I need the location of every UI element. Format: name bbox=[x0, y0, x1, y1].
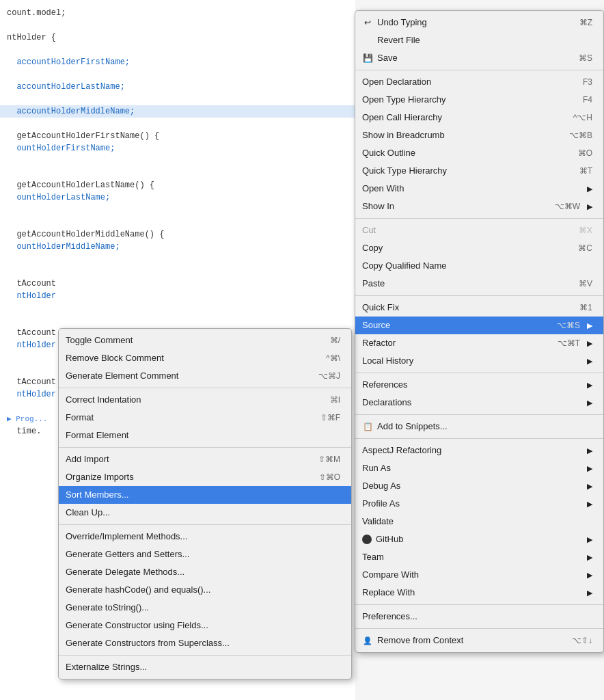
submenu-item-organize-imports[interactable]: Organize Imports ⇧⌘O bbox=[59, 468, 351, 486]
submenu-arrow: ▶ bbox=[587, 444, 592, 457]
menu-item-team[interactable]: Team ▶ bbox=[355, 548, 603, 566]
menu-item-profile-as[interactable]: Profile As ▶ bbox=[355, 495, 603, 513]
menu-item-quick-outline[interactable]: Quick Outline ⌘O bbox=[355, 144, 603, 162]
menu-item-debug-as[interactable]: Debug As ▶ bbox=[355, 477, 603, 495]
menu-item-show-in-breadcrumb[interactable]: Show in Breadcrumb ⌥⌘B bbox=[355, 126, 603, 144]
submenu-item-externalize-strings[interactable]: Externalize Strings... bbox=[59, 658, 351, 676]
submenu-item-format-element[interactable]: Format Element bbox=[59, 427, 351, 444]
code-line bbox=[0, 44, 355, 56]
code-line bbox=[0, 216, 355, 228]
submenu-arrow: ▶ bbox=[587, 182, 592, 196]
menu-item-source[interactable]: Source ⌥⌘S ▶ bbox=[355, 317, 603, 334]
submenu-arrow: ▶ bbox=[587, 568, 592, 582]
menu-item-open-declaration[interactable]: Open Declaration F3 bbox=[355, 73, 603, 91]
separator bbox=[59, 524, 351, 525]
submenu-item-add-import[interactable]: Add Import ⇧⌘M bbox=[59, 450, 351, 468]
submenu-arrow: ▶ bbox=[587, 497, 592, 511]
separator bbox=[59, 388, 351, 388]
separator bbox=[355, 604, 603, 605]
separator bbox=[355, 438, 603, 439]
menu-item-compare-with[interactable]: Compare With ▶ bbox=[355, 566, 603, 584]
snippets-icon: 📋 bbox=[362, 421, 373, 432]
submenu-item-clean-up[interactable]: Clean Up... bbox=[59, 504, 351, 522]
submenu-arrow: ▶ bbox=[587, 550, 592, 564]
separator bbox=[355, 218, 603, 219]
code-line bbox=[0, 265, 355, 278]
code-line bbox=[0, 93, 355, 105]
code-line: ountHolderLastName; bbox=[0, 191, 355, 204]
code-line: accountHolderMiddleName; bbox=[0, 105, 355, 118]
menu-item-paste[interactable]: Paste ⌘V bbox=[355, 275, 603, 293]
submenu-arrow: ▶ bbox=[587, 336, 592, 350]
separator bbox=[59, 655, 351, 656]
menu-item-open-type-hierarchy[interactable]: Open Type Hierarchy F4 bbox=[355, 91, 603, 109]
submenu-arrow: ▶ bbox=[587, 586, 592, 600]
menu-item-open-call-hierarchy[interactable]: Open Call Hierarchy ^⌥H bbox=[355, 109, 603, 126]
menu-item-cut[interactable]: Cut ⌘X bbox=[355, 221, 603, 239]
menu-item-declarations[interactable]: Declarations ▶ bbox=[355, 394, 603, 412]
menu-item-local-history[interactable]: Local History ▶ bbox=[355, 352, 603, 370]
menu-item-references[interactable]: References ▶ bbox=[355, 376, 603, 394]
menu-item-copy[interactable]: Copy ⌘C bbox=[355, 239, 603, 257]
menu-item-run-as[interactable]: Run As ▶ bbox=[355, 459, 603, 477]
submenu-item-override-implement-methods[interactable]: Override/Implement Methods... bbox=[59, 528, 351, 546]
menu-item-quick-fix[interactable]: Quick Fix ⌘1 bbox=[355, 299, 603, 317]
menu-item-add-to-snippets[interactable]: 📋 Add to Snippets... bbox=[355, 418, 603, 435]
menu-item-revert-file[interactable]: Revert File bbox=[355, 31, 603, 49]
submenu-item-generate-constructors-superclass[interactable]: Generate Constructors from Superclass... bbox=[59, 634, 351, 652]
submenu-item-remove-block-comment[interactable]: Remove Block Comment ^⌘\ bbox=[59, 349, 351, 367]
separator bbox=[355, 628, 603, 629]
revert-icon bbox=[362, 35, 373, 46]
submenu-item-generate-tostring[interactable]: Generate toString()... bbox=[59, 599, 351, 617]
menu-item-copy-qualified-name[interactable]: Copy Qualified Name bbox=[355, 257, 603, 275]
submenu-item-toggle-comment[interactable]: Toggle Comment ⌘/ bbox=[59, 332, 351, 349]
menu-item-open-with[interactable]: Open With ▶ bbox=[355, 180, 603, 198]
menu-item-save[interactable]: 💾 Save ⌘S bbox=[355, 49, 603, 67]
code-line bbox=[0, 118, 355, 130]
menu-item-validate[interactable]: Validate bbox=[355, 513, 603, 530]
submenu-item-format[interactable]: Format ⇧⌘F bbox=[59, 409, 351, 427]
code-line: accountHolderFirstName; bbox=[0, 56, 355, 68]
submenu-item-generate-element-comment[interactable]: Generate Element Comment ⌥⌘J bbox=[59, 367, 351, 385]
code-line bbox=[0, 314, 355, 327]
menu-item-show-in[interactable]: Show In ⌥⌘W ▶ bbox=[355, 198, 603, 215]
separator bbox=[355, 414, 603, 415]
menu-item-aspectj-refactoring[interactable]: AspectJ Refactoring ▶ bbox=[355, 442, 603, 459]
submenu-arrow: ▶ bbox=[587, 378, 592, 392]
menu-item-refactor[interactable]: Refactor ⌥⌘T ▶ bbox=[355, 334, 603, 352]
menu-item-replace-with[interactable]: Replace With ▶ bbox=[355, 584, 603, 602]
code-line: getAccountHolderLastName() { bbox=[0, 179, 355, 191]
submenu-arrow: ▶ bbox=[587, 396, 592, 409]
save-icon: 💾 bbox=[362, 53, 373, 64]
submenu-item-generate-getters-setters[interactable]: Generate Getters and Setters... bbox=[59, 546, 351, 563]
code-line bbox=[0, 19, 355, 31]
separator bbox=[355, 295, 603, 296]
submenu-item-generate-delegate-methods[interactable]: Generate Delegate Methods... bbox=[59, 563, 351, 581]
github-icon bbox=[362, 535, 372, 544]
submenu-item-sort-members[interactable]: Sort Members... bbox=[59, 486, 351, 504]
submenu-arrow: ▶ bbox=[587, 479, 592, 493]
submenu-item-generate-constructor-fields[interactable]: Generate Constructor using Fields... bbox=[59, 617, 351, 634]
menu-item-quick-type-hierarchy[interactable]: Quick Type Hierarchy ⌘T bbox=[355, 162, 603, 180]
code-line: count.model; bbox=[0, 7, 355, 19]
code-line: ntHolder bbox=[0, 290, 355, 302]
code-line bbox=[0, 204, 355, 216]
code-line bbox=[0, 167, 355, 179]
separator bbox=[59, 447, 351, 448]
submenu-arrow: ▶ bbox=[587, 533, 592, 546]
code-line bbox=[0, 302, 355, 314]
menu-item-remove-from-context[interactable]: 👤 Remove from Context ⌥⇧↓ bbox=[355, 632, 603, 649]
submenu-arrow: ▶ bbox=[587, 319, 592, 332]
undo-icon: ↩ bbox=[362, 17, 373, 28]
code-line bbox=[0, 68, 355, 81]
code-line: ntHolder { bbox=[0, 31, 355, 44]
menu-item-undo-typing[interactable]: ↩ Undo Typing ⌘Z bbox=[355, 14, 603, 31]
submenu-item-generate-hashcode-equals[interactable]: Generate hashCode() and equals()... bbox=[59, 581, 351, 599]
code-line bbox=[0, 253, 355, 265]
submenu-item-correct-indentation[interactable]: Correct Indentation ⌘I bbox=[59, 391, 351, 409]
menu-item-preferences[interactable]: Preferences... bbox=[355, 608, 603, 625]
code-line bbox=[0, 154, 355, 167]
menu-item-github[interactable]: GitHub ▶ bbox=[355, 530, 603, 548]
source-submenu: Toggle Comment ⌘/ Remove Block Comment ^… bbox=[58, 328, 352, 679]
submenu-arrow: ▶ bbox=[587, 354, 592, 368]
